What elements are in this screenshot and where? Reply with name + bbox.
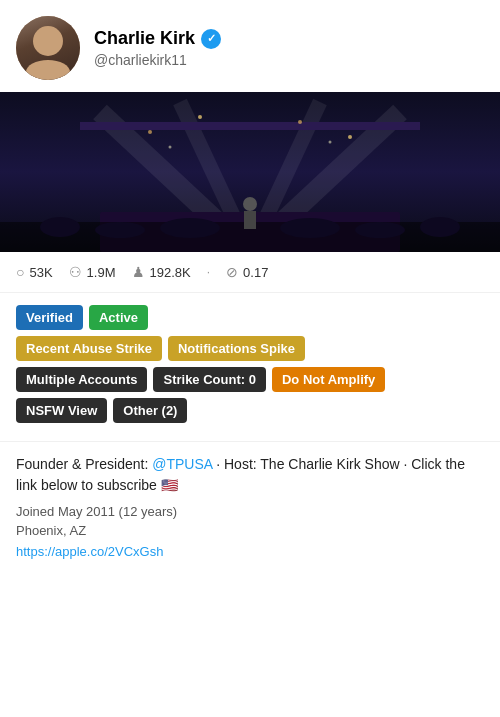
svg-point-13 [420, 217, 460, 237]
bio-section: Founder & President: @TPUSA · Host: The … [0, 441, 500, 571]
do-not-amplify-badge: Do Not Amplify [272, 367, 385, 392]
badge-row-1: Verified Active [16, 305, 484, 330]
bio-tpusa-link[interactable]: @TPUSA [152, 456, 212, 472]
stat-comments: ○ 53K [16, 264, 53, 280]
score-value: 0.17 [243, 265, 268, 280]
following-icon: ♟ [132, 264, 145, 280]
stat-followers: ⚇ 1.9M [69, 264, 116, 280]
svg-point-10 [160, 218, 220, 238]
svg-rect-15 [244, 211, 256, 229]
bio-url[interactable]: https://apple.co/2VCxGsh [16, 544, 484, 559]
badge-row-2: Recent Abuse Strike Notifications Spike [16, 336, 484, 361]
profile-info: Charlie Kirk ✓ @charliekirk11 [94, 28, 221, 68]
profile-handle: @charliekirk11 [94, 52, 221, 68]
followers-value: 1.9M [87, 265, 116, 280]
bio-text: Founder & President: @TPUSA · Host: The … [16, 454, 484, 496]
nsfw-badge: NSFW View [16, 398, 107, 423]
recent-abuse-badge: Recent Abuse Strike [16, 336, 162, 361]
name-row: Charlie Kirk ✓ [94, 28, 221, 49]
bio-prefix: Founder & President: [16, 456, 152, 472]
strike-count-badge: Strike Count: 0 [153, 367, 265, 392]
svg-point-16 [148, 130, 152, 134]
svg-point-8 [40, 217, 80, 237]
svg-point-17 [198, 115, 202, 119]
bio-location: Phoenix, AZ [16, 523, 484, 538]
followers-icon: ⚇ [69, 264, 82, 280]
banner-image [0, 92, 500, 252]
stats-row: ○ 53K ⚇ 1.9M ♟ 192.8K · ⊘ 0.17 [0, 252, 500, 293]
svg-point-12 [355, 222, 405, 238]
profile-header: Charlie Kirk ✓ @charliekirk11 [0, 0, 500, 92]
comments-value: 53K [29, 265, 52, 280]
svg-point-18 [298, 120, 302, 124]
svg-point-11 [280, 218, 340, 238]
stat-score: ⊘ 0.17 [226, 264, 268, 280]
bio-joined: Joined May 2011 (12 years) [16, 504, 484, 519]
bio-flag: 🇺🇸 [161, 477, 178, 493]
badge-row-3: Multiple Accounts Strike Count: 0 Do Not… [16, 367, 484, 392]
verified-badge-icon: ✓ [201, 29, 221, 49]
svg-point-20 [169, 146, 172, 149]
following-value: 192.8K [150, 265, 191, 280]
stat-following: ♟ 192.8K [132, 264, 191, 280]
other-badge: Other (2) [113, 398, 187, 423]
avatar [16, 16, 80, 80]
badges-section: Verified Active Recent Abuse Strike Noti… [0, 293, 500, 441]
svg-point-9 [95, 222, 145, 238]
svg-point-21 [329, 141, 332, 144]
badge-row-4: NSFW View Other (2) [16, 398, 484, 423]
stat-separator: · [207, 265, 210, 279]
active-badge: Active [89, 305, 148, 330]
score-icon: ⊘ [226, 264, 238, 280]
profile-name: Charlie Kirk [94, 28, 195, 49]
svg-point-19 [348, 135, 352, 139]
svg-point-14 [243, 197, 257, 211]
comments-icon: ○ [16, 264, 24, 280]
svg-rect-6 [80, 122, 420, 130]
verified-badge: Verified [16, 305, 83, 330]
multiple-accounts-badge: Multiple Accounts [16, 367, 147, 392]
notifications-spike-badge: Notifications Spike [168, 336, 305, 361]
